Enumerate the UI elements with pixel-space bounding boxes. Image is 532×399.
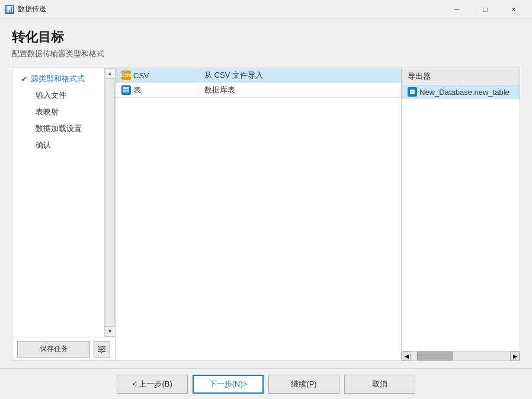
export-scrollbar: ◀ ▶ xyxy=(402,351,520,360)
scroll-inner-track[interactable] xyxy=(411,352,510,360)
settings-icon-button[interactable] xyxy=(94,341,110,357)
content-area: ✔ 源类型和格式式 输入文件 表映射 数据加载设置 确认 xyxy=(12,68,520,361)
scroll-right-button[interactable]: ▶ xyxy=(510,352,520,361)
export-area: 导出器 New_Database.new_table ◀ xyxy=(402,68,520,361)
maximize-button[interactable]: □ xyxy=(472,0,499,19)
csv-cell-desc: 从 CSV 文件导入 xyxy=(198,68,401,82)
title-bar-text: 数据传送 xyxy=(18,4,443,14)
sidebar-item-confirm[interactable]: 确认 xyxy=(12,137,115,154)
page-title: 转化目标 xyxy=(12,28,520,46)
csv-icon: CSV xyxy=(121,71,131,80)
minimize-button[interactable]: ─ xyxy=(443,0,470,19)
back-button[interactable]: < 上一步(B) xyxy=(117,375,188,394)
csv-label: CSV xyxy=(133,71,149,80)
table-row-table[interactable]: 表 数据库表 xyxy=(116,83,401,98)
table-icon xyxy=(121,85,131,95)
main-content: 转化目标 配置数据传输源类型和格式 ✔ 源类型和格式式 输入文件 表映射 xyxy=(0,19,532,368)
sidebar-item-source-type[interactable]: ✔ 源类型和格式式 xyxy=(12,71,115,87)
close-button[interactable]: × xyxy=(500,0,527,19)
sidebar-label-source-type: 源类型和格式式 xyxy=(31,74,85,84)
table-cell-name: 表 xyxy=(116,83,198,97)
sidebar-list: ✔ 源类型和格式式 输入文件 表映射 数据加载设置 确认 xyxy=(12,68,115,337)
sidebar-label-table-mapping: 表映射 xyxy=(36,107,59,117)
table-desc: 数据库表 xyxy=(204,85,235,95)
table-label: 表 xyxy=(133,85,141,95)
main-table-area: CSV CSV 从 CSV 文件导入 xyxy=(116,68,402,361)
table-cell-desc: 数据库表 xyxy=(198,83,401,97)
sidebar: ✔ 源类型和格式式 输入文件 表映射 数据加载设置 确认 xyxy=(12,68,116,361)
export-header: 导出器 xyxy=(402,68,520,85)
table-row-csv[interactable]: CSV CSV 从 CSV 文件导入 xyxy=(116,68,401,83)
scroll-track xyxy=(105,79,115,326)
sidebar-bottom: 保存任务 xyxy=(12,337,115,360)
export-empty-rows xyxy=(402,99,520,351)
export-row-text: New_Database.new_table xyxy=(419,88,509,97)
scroll-thumb xyxy=(417,352,453,360)
page-subtitle: 配置数据传输源类型和格式 xyxy=(12,49,520,59)
db-icon xyxy=(408,87,417,97)
next-button[interactable]: 下一步(N)> xyxy=(193,375,264,394)
sidebar-label-confirm: 确认 xyxy=(36,140,51,151)
export-row-1[interactable]: New_Database.new_table xyxy=(402,85,520,99)
scroll-left-button[interactable]: ◀ xyxy=(402,352,411,361)
title-bar: 📊 数据传送 ─ □ × xyxy=(0,0,532,19)
sidebar-item-table-mapping[interactable]: 表映射 xyxy=(12,104,115,120)
continue-button[interactable]: 继续(P) xyxy=(268,375,339,394)
scroll-down-button[interactable]: ▼ xyxy=(105,326,116,337)
check-icon: ✔ xyxy=(21,75,27,84)
scroll-up-button[interactable]: ▲ xyxy=(105,68,116,79)
svg-point-3 xyxy=(100,346,101,347)
cancel-button[interactable]: 取消 xyxy=(344,375,415,394)
data-table: CSV CSV 从 CSV 文件导入 xyxy=(116,68,401,360)
save-task-button[interactable]: 保存任务 xyxy=(17,341,90,357)
sidebar-scrollbar: ▲ ▼ xyxy=(104,68,115,337)
app-icon: 📊 xyxy=(5,5,14,14)
svg-point-5 xyxy=(101,350,102,352)
csv-desc: 从 CSV 文件导入 xyxy=(204,70,263,81)
svg-point-11 xyxy=(410,92,415,94)
sidebar-label-data-load: 数据加载设置 xyxy=(36,123,82,134)
sidebar-item-input-file[interactable]: 输入文件 xyxy=(12,87,115,104)
sidebar-item-data-load[interactable]: 数据加载设置 xyxy=(12,120,115,137)
svg-point-4 xyxy=(103,348,105,350)
csv-cell-name: CSV CSV xyxy=(116,68,198,82)
window-controls: ─ □ × xyxy=(443,0,527,19)
sidebar-label-input-file: 输入文件 xyxy=(36,90,66,101)
bottom-bar: < 上一步(B) 下一步(N)> 继续(P) 取消 xyxy=(0,368,532,399)
